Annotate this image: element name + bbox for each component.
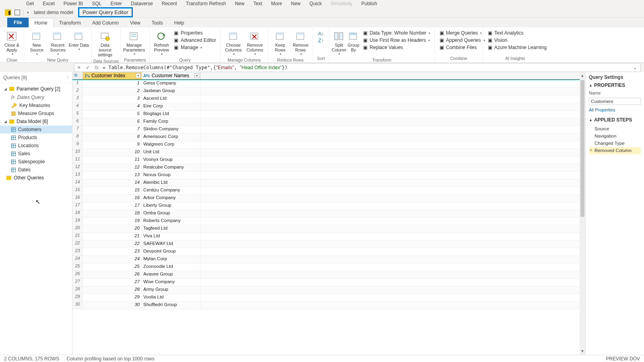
- table-row[interactable]: 2121Viva Ltd: [72, 233, 585, 241]
- ribbon-tab-view[interactable]: View: [124, 19, 146, 27]
- table-row[interactable]: 33Ascend Ltd: [72, 95, 585, 103]
- applied-step[interactable]: Changed Type: [589, 140, 641, 147]
- cell-customer-name[interactable]: Wise Company: [142, 279, 200, 286]
- topmenu-item[interactable]: Publish: [361, 1, 377, 6]
- applied-step[interactable]: Source: [589, 125, 641, 132]
- applied-step[interactable]: Navigation: [589, 132, 641, 140]
- vertical-scrollbar[interactable]: ▲ ▼: [580, 72, 585, 355]
- scrollbar-thumb[interactable]: [580, 80, 584, 217]
- ai-small-2[interactable]: ▣Azure Machine Learning: [485, 44, 548, 51]
- topmenu-item[interactable]: Text: [253, 1, 262, 6]
- column-header-customer-index[interactable]: 1²₃Customer Index▾: [83, 72, 142, 79]
- query-item-dates-query[interactable]: fxDates Query: [0, 93, 72, 101]
- query-item-sales[interactable]: Sales: [0, 150, 72, 158]
- table-row[interactable]: 2929Voolia Ltd: [72, 294, 585, 302]
- applied-steps-header[interactable]: ▲APPLIED STEPS: [589, 117, 641, 123]
- table-row[interactable]: 99Walgreen Corp: [72, 141, 585, 149]
- new-query-btn-0[interactable]: New Source: [27, 29, 47, 56]
- query-folder[interactable]: Other Queries: [0, 174, 72, 182]
- topmenu-item[interactable]: Sensitivity: [330, 1, 352, 6]
- cell-customer-name[interactable]: Shuffledri Group: [142, 302, 200, 309]
- cell-customer-name[interactable]: Voolia Ltd: [142, 294, 200, 301]
- sort-asc-icon[interactable]: A↓: [318, 31, 324, 37]
- query-item-measure-groups[interactable]: Measure Groups: [0, 109, 72, 117]
- topmenu-item[interactable]: More: [271, 1, 282, 6]
- expand-formula-icon[interactable]: ⌄: [633, 65, 639, 70]
- table-row[interactable]: 44Eire Corp: [72, 103, 585, 111]
- cell-customer-name[interactable]: Walgreen Corp: [142, 141, 200, 148]
- ai-small-1[interactable]: ▣Vision: [485, 37, 548, 43]
- save-icon[interactable]: [14, 10, 20, 15]
- table-row[interactable]: 1111Voonyx Group: [72, 156, 585, 164]
- ribbon-tab-help[interactable]: Help: [169, 19, 190, 27]
- cell-customer-index[interactable]: 28: [83, 286, 142, 294]
- cell-customer-name[interactable]: Jaxbean Group: [142, 88, 200, 95]
- combine-small-0[interactable]: ▣Merge Queries: [437, 30, 487, 36]
- query-small-0[interactable]: ▣Properties: [172, 30, 218, 36]
- table-row[interactable]: 1616Arbor Company: [72, 195, 585, 202]
- cell-customer-index[interactable]: 7: [83, 126, 142, 133]
- cell-customer-name[interactable]: Skidoo Company: [142, 126, 200, 133]
- formula-text[interactable]: = Table.RemoveColumns(#"Changed Type",{"…: [103, 65, 630, 70]
- cell-customer-name[interactable]: Unit Ltd: [142, 149, 200, 156]
- scroll-up-icon[interactable]: ▲: [580, 74, 584, 78]
- scroll-down-icon[interactable]: ▼: [580, 349, 584, 353]
- cell-customer-name[interactable]: Zoonoodle Ltd: [142, 263, 200, 271]
- cell-customer-index[interactable]: 24: [83, 256, 142, 263]
- cell-customer-name[interactable]: Devpoint Group: [142, 248, 200, 255]
- topmenu-item[interactable]: Transform Refresh: [186, 1, 226, 6]
- query-item-customers[interactable]: Customers: [0, 125, 72, 134]
- cell-customer-index[interactable]: 4: [83, 103, 142, 110]
- table-row[interactable]: 2525Zoonoodle Ltd: [72, 263, 585, 271]
- cell-customer-name[interactable]: Arbor Company: [142, 195, 200, 202]
- cell-customer-index[interactable]: 5: [83, 111, 142, 118]
- query-small-2[interactable]: ▣Manage: [172, 44, 218, 51]
- cell-customer-index[interactable]: 12: [83, 164, 142, 171]
- cell-customer-index[interactable]: 11: [83, 156, 142, 164]
- cell-customer-index[interactable]: 26: [83, 271, 142, 278]
- all-properties-link[interactable]: All Properties: [589, 107, 641, 112]
- query-item-dates[interactable]: Dates: [0, 166, 72, 174]
- manage-cols-btn-1[interactable]: Remove Columns: [245, 29, 266, 56]
- cell-customer-index[interactable]: 29: [83, 294, 142, 301]
- cell-customer-name[interactable]: Amerisourc Corp: [142, 134, 200, 141]
- topmenu-item[interactable]: Quick: [310, 1, 322, 6]
- table-row[interactable]: 1313Nexus Group: [72, 172, 585, 179]
- data-source-settings-button[interactable]: Data source settings: [94, 29, 116, 57]
- query-item-products[interactable]: Products: [0, 134, 72, 142]
- properties-section-header[interactable]: ▲PROPERTIES: [589, 82, 641, 88]
- cell-customer-name[interactable]: Geiss Company: [142, 80, 200, 87]
- sort-desc-icon[interactable]: Z↑: [318, 37, 324, 43]
- ribbon-tab-add-column[interactable]: Add Column: [87, 19, 124, 27]
- applied-step[interactable]: ✕Removed Column: [589, 147, 641, 154]
- cell-customer-name[interactable]: Mylan Corp: [142, 256, 200, 263]
- refresh-preview-button[interactable]: Refresh Preview: [152, 29, 171, 56]
- table-row[interactable]: 55Blogtags Ltd: [72, 111, 585, 118]
- new-query-btn-2[interactable]: Enter Data: [69, 29, 89, 51]
- cell-customer-index[interactable]: 25: [83, 263, 142, 271]
- table-row[interactable]: 2323Devpoint Group: [72, 248, 585, 256]
- combine-small-2[interactable]: ▣Combine Files: [437, 44, 487, 51]
- table-row[interactable]: 77Skidoo Company: [72, 126, 585, 134]
- table-row[interactable]: 1717Liberty Group: [72, 202, 585, 210]
- table-row[interactable]: 1818Omba Group: [72, 210, 585, 218]
- cell-customer-name[interactable]: Alembic Ltd: [142, 179, 200, 187]
- cell-customer-name[interactable]: Roberts Company: [142, 218, 200, 225]
- cell-customer-index[interactable]: 15: [83, 187, 142, 194]
- cell-customer-name[interactable]: Tagfeed Ltd: [142, 225, 200, 232]
- cell-customer-index[interactable]: 30: [83, 302, 142, 309]
- table-row[interactable]: 2828Army Group: [72, 286, 585, 294]
- table-row[interactable]: 2424Mylan Corp: [72, 256, 585, 263]
- cell-customer-index[interactable]: 20: [83, 225, 142, 232]
- cell-customer-name[interactable]: SAFEWAY Ltd: [142, 241, 200, 248]
- reduce-rows-btn-0[interactable]: Keep Rows: [270, 29, 290, 56]
- cell-customer-index[interactable]: 10: [83, 149, 142, 156]
- query-name-input[interactable]: [589, 98, 641, 105]
- cell-customer-index[interactable]: 17: [83, 202, 142, 210]
- table-row[interactable]: 1212Realcube Company: [72, 164, 585, 172]
- table-row[interactable]: 66Family Corp: [72, 118, 585, 126]
- topmenu-item[interactable]: SQL: [92, 1, 101, 6]
- cell-customer-index[interactable]: 9: [83, 141, 142, 148]
- manage-parameters-button[interactable]: Manage Parameters: [123, 29, 145, 56]
- query-item-salespeople[interactable]: Salespeople: [0, 158, 72, 166]
